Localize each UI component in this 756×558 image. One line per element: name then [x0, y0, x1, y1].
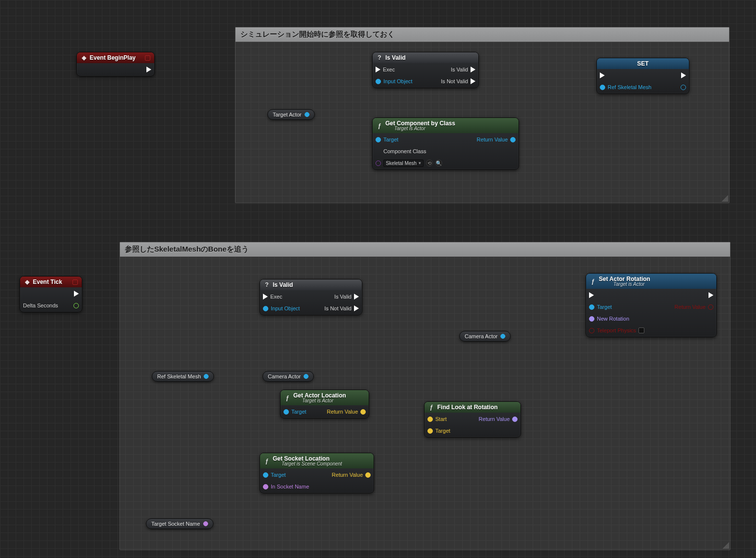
pin-label: Target: [435, 428, 450, 434]
return-value-pin[interactable]: Return Value: [675, 302, 713, 311]
var-get-target-actor[interactable]: Target Actor: [267, 109, 315, 120]
pin-label: In Socket Name: [271, 484, 309, 489]
var-label: Camera Actor: [268, 373, 301, 379]
in-socket-name-pin[interactable]: In Socket Name: [263, 482, 309, 491]
return-value-pin[interactable]: Return Value: [477, 135, 516, 144]
node-title: Is Valid: [385, 54, 405, 61]
pin-label: New Rotation: [597, 316, 629, 322]
node-header[interactable]: ? Is Valid: [373, 52, 478, 63]
comment-title[interactable]: 参照したSkeletalMeshのBoneを追う: [120, 242, 730, 257]
target-pin[interactable]: Target: [589, 302, 644, 311]
node-header[interactable]: SET: [597, 58, 689, 69]
event-icon: ◆: [81, 55, 87, 61]
resize-handle[interactable]: [721, 195, 728, 202]
return-value-pin[interactable]: Return Value: [327, 407, 366, 416]
teleport-physics-pin[interactable]: Teleport Physics: [589, 326, 644, 335]
pin-label: Return Value: [327, 409, 358, 415]
node-header[interactable]: ◆ Event BeginPlay: [77, 52, 154, 63]
var-get-camera-actor-1[interactable]: Camera Actor: [262, 371, 314, 382]
node-header[interactable]: ƒ Get Component by Class Target is Actor: [373, 118, 519, 133]
var-out-pin[interactable]: [204, 374, 209, 379]
comment-title[interactable]: シミュレーション開始時に参照を取得しておく: [236, 27, 729, 42]
var-out-pin[interactable]: [304, 374, 308, 379]
class-select[interactable]: Skeletal Mesh ▾: [383, 160, 424, 167]
node-title: SET: [601, 60, 685, 67]
var-label: Target Actor: [273, 112, 302, 117]
target-pin[interactable]: Target: [263, 470, 309, 479]
is-valid-exec-pin[interactable]: Is Valid: [334, 292, 359, 301]
class-value: Skeletal Mesh: [386, 161, 417, 166]
blueprint-canvas[interactable]: シミュレーション開始時に参照を取得しておく 参照したSkeletalMeshのB…: [0, 0, 756, 558]
node-get-socket-location[interactable]: ƒ Get Socket Location Target is Scene Co…: [260, 453, 374, 493]
function-icon: ƒ: [590, 279, 596, 284]
return-value-pin[interactable]: Return Value: [479, 415, 518, 423]
search-icon[interactable]: 🔍: [435, 160, 442, 166]
node-title: Find Look at Rotation: [437, 404, 497, 411]
var-out-pin[interactable]: [305, 112, 309, 117]
exec-in-pin[interactable]: [589, 291, 644, 300]
delta-seconds-label: Delta Seconds: [23, 301, 58, 310]
exec-out-pin[interactable]: [681, 71, 686, 80]
target-pin[interactable]: Target: [284, 407, 307, 416]
pin-label: Is Valid: [451, 67, 468, 72]
component-class-pin[interactable]: Skeletal Mesh ▾ ⟲ 🔍: [376, 159, 442, 167]
node-event-tick[interactable]: ◆ Event Tick Delta Seconds: [20, 276, 82, 312]
var-get-target-socket-name[interactable]: Target Socket Name: [146, 518, 213, 529]
exec-in-pin[interactable]: Exec: [376, 65, 412, 74]
new-rotation-pin[interactable]: New Rotation: [589, 314, 644, 323]
var-get-camera-actor-2[interactable]: Camera Actor: [459, 331, 511, 342]
return-value-pin[interactable]: Return Value: [332, 470, 371, 479]
function-icon: ƒ: [377, 123, 382, 129]
var-out-pin[interactable]: [500, 334, 505, 339]
is-not-valid-exec-pin[interactable]: Is Not Valid: [441, 77, 475, 86]
node-subtitle: Target is Actor: [385, 126, 455, 131]
node-header[interactable]: ? Is Valid: [260, 279, 362, 290]
chevron-down-icon: ▾: [419, 161, 421, 165]
node-find-look-at-rotation[interactable]: ƒ Find Look at Rotation Start Target Ret…: [424, 401, 521, 438]
macro-icon: ?: [377, 55, 382, 61]
pin-label: Is Not Valid: [441, 78, 468, 84]
var-in-pin[interactable]: Ref Skeletal Mesh: [600, 83, 651, 92]
var-out-pin[interactable]: [203, 521, 208, 526]
target-pin[interactable]: Target: [427, 426, 450, 435]
pin-label: Target: [383, 137, 399, 142]
pin-label: Ref Skeletal Mesh: [608, 84, 651, 90]
var-out-pin[interactable]: [681, 83, 686, 92]
exec-out-pin[interactable]: [709, 291, 713, 300]
pin-label: Target: [597, 304, 612, 310]
exec-out-pin[interactable]: [146, 65, 151, 74]
node-event-beginplay[interactable]: ◆ Event BeginPlay: [76, 52, 155, 76]
target-pin[interactable]: Target: [376, 135, 442, 144]
start-pin[interactable]: Start: [427, 415, 450, 423]
node-get-actor-location[interactable]: ƒ Get Actor Location Target is Actor Tar…: [280, 390, 369, 418]
pin-label: Component Class: [383, 148, 426, 154]
pin-label: Input Object: [383, 78, 412, 84]
reset-icon[interactable]: ⟲: [426, 160, 433, 166]
delegate-pin[interactable]: [145, 55, 150, 61]
node-header[interactable]: ƒ Get Actor Location Target is Actor: [281, 390, 369, 405]
input-object-pin[interactable]: Input Object: [376, 77, 412, 86]
node-set-actor-rotation[interactable]: ƒ Set Actor Rotation Target is Actor Tar…: [586, 273, 717, 337]
exec-out-pin[interactable]: [74, 289, 79, 298]
var-get-ref-skeletal-mesh[interactable]: Ref Skeletal Mesh: [152, 371, 214, 382]
node-header[interactable]: ƒ Find Look at Rotation: [425, 402, 520, 413]
function-icon: ƒ: [284, 395, 290, 401]
delegate-pin[interactable]: [72, 279, 78, 285]
node-get-component-by-class[interactable]: ƒ Get Component by Class Target is Actor…: [372, 117, 519, 170]
node-header[interactable]: ◆ Event Tick: [20, 277, 82, 287]
var-label: Target Socket Name: [151, 521, 200, 527]
node-is-valid-2[interactable]: ? Is Valid Exec Input Object Is Valid Is…: [260, 279, 362, 315]
node-header[interactable]: ƒ Set Actor Rotation Target is Actor: [586, 274, 716, 289]
is-not-valid-exec-pin[interactable]: Is Not Valid: [325, 304, 359, 313]
is-valid-exec-pin[interactable]: Is Valid: [451, 65, 475, 74]
checkbox[interactable]: [638, 327, 644, 333]
exec-in-pin[interactable]: [600, 71, 651, 80]
node-is-valid-1[interactable]: ? Is Valid Exec Input Object Is Valid Is…: [372, 52, 479, 88]
delta-seconds-pin[interactable]: [73, 301, 79, 310]
input-object-pin[interactable]: Input Object: [263, 304, 300, 313]
resize-handle[interactable]: [722, 542, 729, 549]
node-subtitle: Target is Actor: [293, 398, 346, 403]
exec-in-pin[interactable]: Exec: [263, 292, 300, 301]
node-set-ref-skeletal-mesh[interactable]: SET Ref Skeletal Mesh: [596, 58, 689, 94]
node-header[interactable]: ƒ Get Socket Location Target is Scene Co…: [260, 453, 374, 468]
